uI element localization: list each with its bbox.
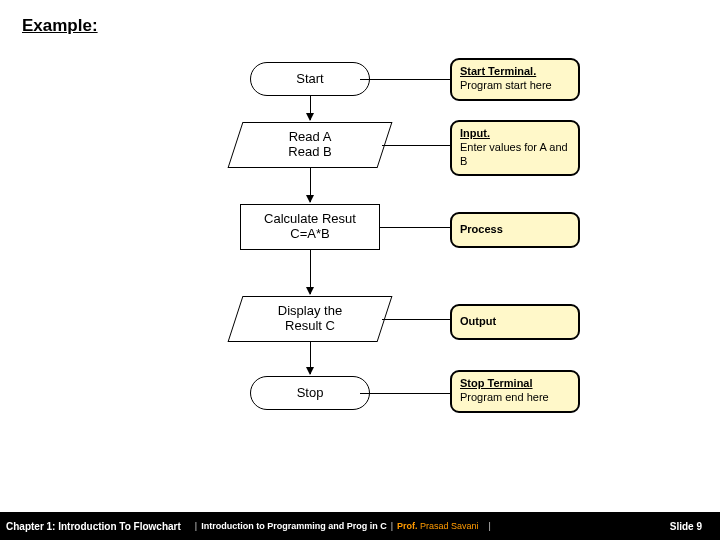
flow-process: Calculate ResutC=A*B: [240, 204, 380, 250]
diagram-stage: Start Start Terminal. Program start here…: [0, 54, 720, 500]
connector-line: [380, 227, 450, 228]
callout-process-head: Process: [460, 223, 570, 237]
connector-line: [360, 79, 450, 80]
callout-output-head: Output: [460, 315, 570, 329]
flow-start-label: Start: [296, 72, 323, 87]
footer-prof-name: Prasad Savani: [420, 521, 479, 531]
callout-start: Start Terminal. Program start here: [450, 58, 580, 101]
flow-output-line1: Display the: [278, 303, 342, 318]
arrow-down-icon: [310, 250, 311, 294]
footer-prof-label: Prof.: [397, 521, 418, 531]
arrow-down-icon: [310, 342, 311, 374]
flow-stop: Stop: [240, 376, 380, 410]
callout-start-body: Program start here: [460, 79, 570, 93]
flow-input-line2: Read B: [288, 144, 331, 159]
connector-line: [360, 393, 450, 394]
connector-line: [382, 319, 450, 320]
arrow-down-icon: [310, 168, 311, 202]
callout-stop: Stop Terminal Program end here: [450, 370, 580, 413]
footer-separator: |: [479, 521, 495, 531]
footer-slide-number: Slide 9: [670, 521, 720, 532]
callout-start-head: Start Terminal.: [460, 65, 570, 79]
flow-output: Display theResult C: [232, 296, 388, 342]
flow-process-line2: C=A*B: [290, 226, 329, 241]
flow-start: Start: [240, 62, 380, 96]
callout-process: Process: [450, 212, 580, 248]
flow-process-line1: Calculate Resut: [264, 211, 356, 226]
connector-line: [382, 145, 450, 146]
footer-separator: |: [387, 521, 397, 531]
callout-input-body: Enter values for A and B: [460, 141, 570, 169]
callout-input-head: Input.: [460, 127, 570, 141]
footer-chapter: Chapter 1: Introduction To Flowchart: [0, 521, 191, 532]
callout-output: Output: [450, 304, 580, 340]
callout-input: Input. Enter values for A and B: [450, 120, 580, 176]
footer-separator: |: [191, 521, 201, 531]
flow-input-line1: Read A: [289, 129, 332, 144]
slide-footer: Chapter 1: Introduction To Flowchart | I…: [0, 512, 720, 540]
flow-output-line2: Result C: [285, 318, 335, 333]
callout-stop-body: Program end here: [460, 391, 570, 405]
slide-title: Example:: [22, 16, 98, 36]
flow-stop-label: Stop: [297, 386, 324, 401]
arrow-down-icon: [310, 96, 311, 120]
footer-course: Introduction to Programming and Prog in …: [201, 521, 387, 531]
flow-input: Read ARead B: [232, 122, 388, 168]
callout-stop-head: Stop Terminal: [460, 377, 570, 391]
